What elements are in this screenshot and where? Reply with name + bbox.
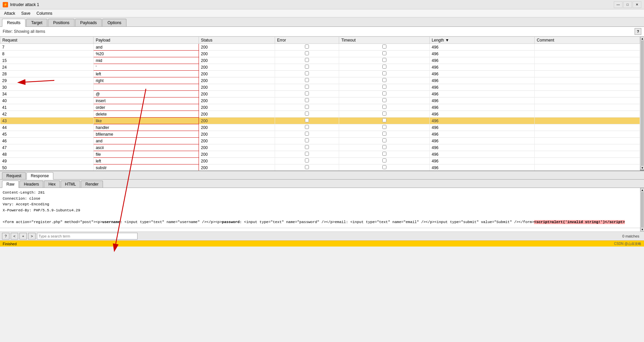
cell-error[interactable] (275, 131, 339, 138)
table-row[interactable]: 41 order 200 496 (0, 104, 640, 111)
cell-error[interactable] (275, 138, 339, 144)
table-row[interactable]: 44 handler 200 496 (0, 124, 640, 131)
tab-payloads[interactable]: Payloads (75, 19, 102, 26)
table-row[interactable]: 28 left 200 496 (0, 71, 640, 77)
search-next-button[interactable]: + (19, 233, 27, 240)
menu-save[interactable]: Save (18, 10, 33, 16)
search-next2-button[interactable]: > (28, 233, 36, 240)
content-scrollbar[interactable]: ▲ ▼ (640, 188, 644, 231)
subtab-raw[interactable]: Raw (2, 181, 19, 188)
cell-error[interactable] (275, 124, 339, 131)
cell-error[interactable] (275, 84, 339, 91)
cell-timeout[interactable] (339, 151, 430, 158)
col-request[interactable]: Request (0, 37, 94, 44)
tab-positions[interactable]: Positions (48, 19, 74, 26)
cell-timeout[interactable] (339, 77, 430, 84)
cell-error[interactable] (275, 44, 339, 51)
tab-request[interactable]: Request (2, 172, 26, 179)
cell-payload: insert (94, 97, 199, 104)
col-payload[interactable]: Payload (94, 37, 199, 44)
scroll-down-btn[interactable]: ▼ (640, 166, 644, 170)
table-row[interactable]: 7 and 200 496 (0, 44, 640, 51)
cell-timeout[interactable] (339, 91, 430, 97)
cell-timeout[interactable] (339, 64, 430, 71)
cell-error[interactable] (275, 111, 339, 118)
table-row[interactable]: 15 mid 200 496 (0, 57, 640, 64)
cell-timeout[interactable] (339, 57, 430, 64)
cell-timeout[interactable] (339, 124, 430, 131)
menu-attack[interactable]: Attack (1, 10, 18, 16)
cell-error[interactable] (275, 91, 339, 97)
subtab-html[interactable]: HTML (61, 181, 80, 188)
scroll-up-btn[interactable]: ▲ (640, 37, 644, 41)
tab-results[interactable]: Results (2, 19, 25, 27)
table-row[interactable]: 8 %20 200 496 (0, 51, 640, 57)
table-row[interactable]: 46 and 200 496 (0, 138, 640, 144)
table-row[interactable]: 34 @ 200 496 (0, 91, 640, 97)
table-row[interactable]: 24 ' 200 496 (0, 64, 640, 71)
table-row[interactable]: 43 like 200 496 (0, 118, 640, 124)
cell-timeout[interactable] (339, 158, 430, 164)
cell-error[interactable] (275, 71, 339, 77)
table-row[interactable]: 50 substr 200 496 (0, 164, 640, 171)
cell-error[interactable] (275, 64, 339, 71)
scroll-thumb[interactable] (641, 41, 644, 165)
subtab-render[interactable]: Render (81, 181, 103, 188)
col-comment[interactable]: Comment (535, 37, 640, 44)
table-row[interactable]: 40 insert 200 496 (0, 97, 640, 104)
tab-options[interactable]: Options (102, 19, 126, 26)
subtab-hex[interactable]: Hex (44, 181, 60, 188)
results-table: Request Payload Status Error Timeout Len… (0, 37, 640, 170)
col-status[interactable]: Status (199, 37, 275, 44)
subtab-headers[interactable]: Headers (19, 181, 43, 188)
cell-timeout[interactable] (339, 131, 430, 138)
maximize-button[interactable]: □ (623, 1, 632, 8)
search-input[interactable] (37, 233, 138, 240)
cell-error[interactable] (275, 164, 339, 171)
table-row[interactable]: 29 right 200 496 (0, 77, 640, 84)
col-error[interactable]: Error (275, 37, 339, 44)
cell-timeout[interactable] (339, 144, 430, 151)
cell-timeout[interactable] (339, 71, 430, 77)
content-scroll-thumb[interactable] (641, 192, 644, 227)
filter-help-button[interactable]: ? (635, 28, 641, 35)
cell-timeout[interactable] (339, 111, 430, 118)
tab-response[interactable]: Response (26, 172, 53, 180)
table-row[interactable]: 45 bfilename 200 496 (0, 131, 640, 138)
status-text: Finished (3, 242, 17, 246)
cell-error[interactable] (275, 51, 339, 57)
table-row[interactable]: 49 left 200 496 (0, 158, 640, 164)
cell-error[interactable] (275, 144, 339, 151)
minimize-button[interactable]: — (614, 1, 623, 8)
content-scroll-up[interactable]: ▲ (640, 188, 644, 192)
table-row[interactable]: 47 ascii 200 496 (0, 144, 640, 151)
col-length[interactable]: Length ▼ (430, 37, 535, 44)
cell-timeout[interactable] (339, 51, 430, 57)
cell-error[interactable] (275, 77, 339, 84)
cell-error[interactable] (275, 104, 339, 111)
search-prev-button[interactable]: < (11, 233, 18, 240)
cell-timeout[interactable] (339, 84, 430, 91)
cell-error[interactable] (275, 97, 339, 104)
search-help-button[interactable]: ? (2, 233, 9, 240)
table-row[interactable]: 42 delete 200 496 (0, 111, 640, 118)
table-row[interactable]: 30 200 496 (0, 84, 640, 91)
table-scrollbar[interactable]: ▲ ▼ (640, 37, 644, 170)
tab-target[interactable]: Target (26, 19, 47, 26)
cell-error[interactable] (275, 57, 339, 64)
cell-timeout[interactable] (339, 97, 430, 104)
close-button[interactable]: ✕ (633, 1, 641, 8)
table-row[interactable]: 48 file 200 496 (0, 151, 640, 158)
cell-error[interactable] (275, 151, 339, 158)
cell-timeout[interactable] (339, 118, 430, 124)
cell-comment (535, 131, 640, 138)
col-timeout[interactable]: Timeout (339, 37, 430, 44)
cell-error[interactable] (275, 118, 339, 124)
content-scroll-down[interactable]: ▼ (640, 227, 644, 231)
cell-timeout[interactable] (339, 44, 430, 51)
menu-columns[interactable]: Columns (34, 10, 55, 16)
cell-timeout[interactable] (339, 164, 430, 171)
cell-error[interactable] (275, 158, 339, 164)
cell-timeout[interactable] (339, 104, 430, 111)
cell-timeout[interactable] (339, 138, 430, 144)
